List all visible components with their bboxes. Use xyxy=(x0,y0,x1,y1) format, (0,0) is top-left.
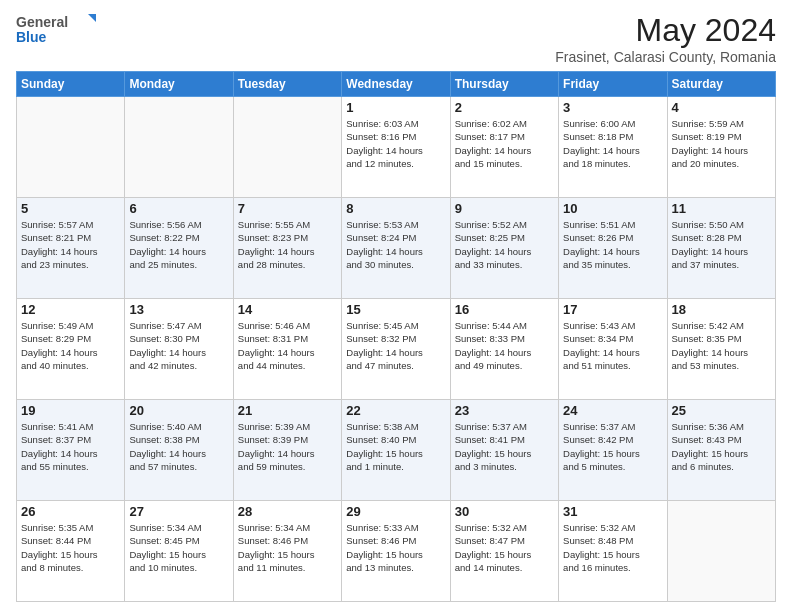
day-info: Sunrise: 5:36 AM Sunset: 8:43 PM Dayligh… xyxy=(672,420,771,473)
logo-svg: General Blue xyxy=(16,12,96,48)
calendar-cell: 10Sunrise: 5:51 AM Sunset: 8:26 PM Dayli… xyxy=(559,198,667,299)
day-info: Sunrise: 5:37 AM Sunset: 8:41 PM Dayligh… xyxy=(455,420,554,473)
day-number: 2 xyxy=(455,100,554,115)
calendar-cell xyxy=(125,97,233,198)
day-number: 28 xyxy=(238,504,337,519)
day-number: 31 xyxy=(563,504,662,519)
calendar-cell: 20Sunrise: 5:40 AM Sunset: 8:38 PM Dayli… xyxy=(125,400,233,501)
calendar-cell: 23Sunrise: 5:37 AM Sunset: 8:41 PM Dayli… xyxy=(450,400,558,501)
calendar-cell: 8Sunrise: 5:53 AM Sunset: 8:24 PM Daylig… xyxy=(342,198,450,299)
title-block: May 2024 Frasinet, Calarasi County, Roma… xyxy=(555,12,776,65)
day-info: Sunrise: 5:55 AM Sunset: 8:23 PM Dayligh… xyxy=(238,218,337,271)
day-info: Sunrise: 5:52 AM Sunset: 8:25 PM Dayligh… xyxy=(455,218,554,271)
day-info: Sunrise: 5:35 AM Sunset: 8:44 PM Dayligh… xyxy=(21,521,120,574)
day-number: 12 xyxy=(21,302,120,317)
day-info: Sunrise: 5:32 AM Sunset: 8:48 PM Dayligh… xyxy=(563,521,662,574)
day-info: Sunrise: 5:38 AM Sunset: 8:40 PM Dayligh… xyxy=(346,420,445,473)
weekday-header: Monday xyxy=(125,72,233,97)
day-number: 23 xyxy=(455,403,554,418)
calendar-cell: 4Sunrise: 5:59 AM Sunset: 8:19 PM Daylig… xyxy=(667,97,775,198)
calendar-cell: 6Sunrise: 5:56 AM Sunset: 8:22 PM Daylig… xyxy=(125,198,233,299)
calendar-cell: 27Sunrise: 5:34 AM Sunset: 8:45 PM Dayli… xyxy=(125,501,233,602)
calendar-week-row: 19Sunrise: 5:41 AM Sunset: 8:37 PM Dayli… xyxy=(17,400,776,501)
calendar-cell: 12Sunrise: 5:49 AM Sunset: 8:29 PM Dayli… xyxy=(17,299,125,400)
calendar-cell: 7Sunrise: 5:55 AM Sunset: 8:23 PM Daylig… xyxy=(233,198,341,299)
calendar-week-row: 5Sunrise: 5:57 AM Sunset: 8:21 PM Daylig… xyxy=(17,198,776,299)
calendar-cell: 22Sunrise: 5:38 AM Sunset: 8:40 PM Dayli… xyxy=(342,400,450,501)
calendar-week-row: 12Sunrise: 5:49 AM Sunset: 8:29 PM Dayli… xyxy=(17,299,776,400)
calendar-cell: 15Sunrise: 5:45 AM Sunset: 8:32 PM Dayli… xyxy=(342,299,450,400)
calendar-cell: 19Sunrise: 5:41 AM Sunset: 8:37 PM Dayli… xyxy=(17,400,125,501)
day-info: Sunrise: 5:51 AM Sunset: 8:26 PM Dayligh… xyxy=(563,218,662,271)
weekday-header: Thursday xyxy=(450,72,558,97)
day-info: Sunrise: 5:37 AM Sunset: 8:42 PM Dayligh… xyxy=(563,420,662,473)
calendar-cell: 5Sunrise: 5:57 AM Sunset: 8:21 PM Daylig… xyxy=(17,198,125,299)
day-number: 5 xyxy=(21,201,120,216)
day-info: Sunrise: 5:41 AM Sunset: 8:37 PM Dayligh… xyxy=(21,420,120,473)
day-number: 6 xyxy=(129,201,228,216)
calendar-cell: 31Sunrise: 5:32 AM Sunset: 8:48 PM Dayli… xyxy=(559,501,667,602)
day-info: Sunrise: 5:43 AM Sunset: 8:34 PM Dayligh… xyxy=(563,319,662,372)
day-info: Sunrise: 5:32 AM Sunset: 8:47 PM Dayligh… xyxy=(455,521,554,574)
day-number: 7 xyxy=(238,201,337,216)
day-info: Sunrise: 6:03 AM Sunset: 8:16 PM Dayligh… xyxy=(346,117,445,170)
day-number: 19 xyxy=(21,403,120,418)
day-number: 26 xyxy=(21,504,120,519)
day-number: 18 xyxy=(672,302,771,317)
day-info: Sunrise: 5:42 AM Sunset: 8:35 PM Dayligh… xyxy=(672,319,771,372)
day-info: Sunrise: 5:46 AM Sunset: 8:31 PM Dayligh… xyxy=(238,319,337,372)
weekday-header: Sunday xyxy=(17,72,125,97)
day-number: 1 xyxy=(346,100,445,115)
calendar-cell: 14Sunrise: 5:46 AM Sunset: 8:31 PM Dayli… xyxy=(233,299,341,400)
day-info: Sunrise: 5:57 AM Sunset: 8:21 PM Dayligh… xyxy=(21,218,120,271)
day-number: 20 xyxy=(129,403,228,418)
calendar-cell: 11Sunrise: 5:50 AM Sunset: 8:28 PM Dayli… xyxy=(667,198,775,299)
calendar-cell: 2Sunrise: 6:02 AM Sunset: 8:17 PM Daylig… xyxy=(450,97,558,198)
calendar-cell: 30Sunrise: 5:32 AM Sunset: 8:47 PM Dayli… xyxy=(450,501,558,602)
day-info: Sunrise: 5:34 AM Sunset: 8:46 PM Dayligh… xyxy=(238,521,337,574)
day-number: 27 xyxy=(129,504,228,519)
day-number: 29 xyxy=(346,504,445,519)
calendar-cell: 25Sunrise: 5:36 AM Sunset: 8:43 PM Dayli… xyxy=(667,400,775,501)
calendar-cell xyxy=(17,97,125,198)
location-subtitle: Frasinet, Calarasi County, Romania xyxy=(555,49,776,65)
calendar-cell: 24Sunrise: 5:37 AM Sunset: 8:42 PM Dayli… xyxy=(559,400,667,501)
day-number: 14 xyxy=(238,302,337,317)
day-number: 25 xyxy=(672,403,771,418)
day-info: Sunrise: 6:00 AM Sunset: 8:18 PM Dayligh… xyxy=(563,117,662,170)
calendar-cell: 29Sunrise: 5:33 AM Sunset: 8:46 PM Dayli… xyxy=(342,501,450,602)
day-number: 9 xyxy=(455,201,554,216)
calendar-week-row: 26Sunrise: 5:35 AM Sunset: 8:44 PM Dayli… xyxy=(17,501,776,602)
day-number: 22 xyxy=(346,403,445,418)
day-info: Sunrise: 6:02 AM Sunset: 8:17 PM Dayligh… xyxy=(455,117,554,170)
day-number: 8 xyxy=(346,201,445,216)
calendar-body: 1Sunrise: 6:03 AM Sunset: 8:16 PM Daylig… xyxy=(17,97,776,602)
day-info: Sunrise: 5:49 AM Sunset: 8:29 PM Dayligh… xyxy=(21,319,120,372)
header: General Blue May 2024 Frasinet, Calarasi… xyxy=(16,12,776,65)
svg-text:General: General xyxy=(16,14,68,30)
month-title: May 2024 xyxy=(555,12,776,49)
day-number: 3 xyxy=(563,100,662,115)
calendar-cell: 18Sunrise: 5:42 AM Sunset: 8:35 PM Dayli… xyxy=(667,299,775,400)
svg-text:Blue: Blue xyxy=(16,29,47,45)
svg-marker-2 xyxy=(88,14,96,22)
day-number: 17 xyxy=(563,302,662,317)
calendar-header-row: SundayMondayTuesdayWednesdayThursdayFrid… xyxy=(17,72,776,97)
day-number: 16 xyxy=(455,302,554,317)
day-number: 11 xyxy=(672,201,771,216)
calendar-cell: 17Sunrise: 5:43 AM Sunset: 8:34 PM Dayli… xyxy=(559,299,667,400)
day-info: Sunrise: 5:53 AM Sunset: 8:24 PM Dayligh… xyxy=(346,218,445,271)
day-info: Sunrise: 5:44 AM Sunset: 8:33 PM Dayligh… xyxy=(455,319,554,372)
day-info: Sunrise: 5:33 AM Sunset: 8:46 PM Dayligh… xyxy=(346,521,445,574)
calendar-cell: 9Sunrise: 5:52 AM Sunset: 8:25 PM Daylig… xyxy=(450,198,558,299)
day-number: 15 xyxy=(346,302,445,317)
day-number: 30 xyxy=(455,504,554,519)
calendar-week-row: 1Sunrise: 6:03 AM Sunset: 8:16 PM Daylig… xyxy=(17,97,776,198)
weekday-header: Wednesday xyxy=(342,72,450,97)
day-info: Sunrise: 5:47 AM Sunset: 8:30 PM Dayligh… xyxy=(129,319,228,372)
day-info: Sunrise: 5:40 AM Sunset: 8:38 PM Dayligh… xyxy=(129,420,228,473)
day-number: 24 xyxy=(563,403,662,418)
logo: General Blue xyxy=(16,12,96,48)
weekday-header: Friday xyxy=(559,72,667,97)
day-info: Sunrise: 5:45 AM Sunset: 8:32 PM Dayligh… xyxy=(346,319,445,372)
